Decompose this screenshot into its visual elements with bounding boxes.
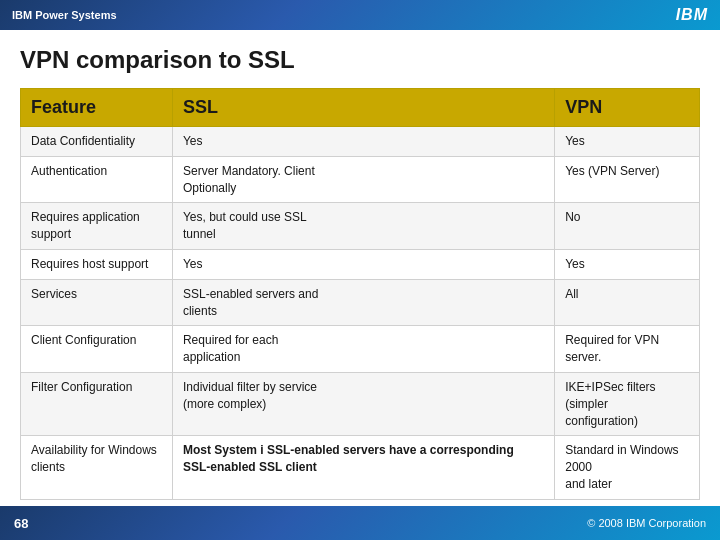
- footer-copyright: © 2008 IBM Corporation: [587, 517, 706, 529]
- comparison-table: Feature SSL VPN Data Confidentiality Yes…: [20, 88, 700, 500]
- header-title: IBM Power Systems: [12, 9, 117, 21]
- cell-feature: Requires host support: [21, 249, 173, 279]
- cell-ssl: SSL-enabled servers andclients: [172, 279, 554, 326]
- cell-ssl: Required for eachapplication: [172, 326, 554, 373]
- table-header-row: Feature SSL VPN: [21, 89, 700, 127]
- table-row: Data Confidentiality Yes Yes: [21, 127, 700, 157]
- cell-vpn: Yes: [555, 127, 700, 157]
- cell-ssl: Yes, but could use SSLtunnel: [172, 203, 554, 250]
- cell-vpn: No: [555, 203, 700, 250]
- cell-vpn: Yes: [555, 249, 700, 279]
- cell-vpn: IKE+IPSec filters (simplerconfiguration): [555, 372, 700, 435]
- cell-ssl: Server Mandatory. ClientOptionally: [172, 156, 554, 203]
- table-row: Filter Configuration Individual filter b…: [21, 372, 700, 435]
- cell-feature: Requires application support: [21, 203, 173, 250]
- cell-feature: Availability for Windowsclients: [21, 436, 173, 499]
- main-content: VPN comparison to SSL Feature SSL VPN Da…: [0, 30, 720, 508]
- cell-vpn: All: [555, 279, 700, 326]
- header-vpn: VPN: [555, 89, 700, 127]
- bold-ssl-text: Most System i SSL-enabled servers have a…: [183, 443, 514, 474]
- ibm-logo: IBM: [676, 6, 708, 24]
- cell-vpn: Required for VPN server.: [555, 326, 700, 373]
- cell-ssl: Most System i SSL-enabled servers have a…: [172, 436, 554, 499]
- cell-ssl: Yes: [172, 127, 554, 157]
- header-ssl: SSL: [172, 89, 554, 127]
- cell-feature: Client Configuration: [21, 326, 173, 373]
- footer-bar: 68 © 2008 IBM Corporation: [0, 506, 720, 540]
- table-row: Requires application support Yes, but co…: [21, 203, 700, 250]
- header-bar: IBM Power Systems IBM: [0, 0, 720, 30]
- cell-vpn: Yes (VPN Server): [555, 156, 700, 203]
- page-title: VPN comparison to SSL: [20, 46, 700, 74]
- table-row: Requires host support Yes Yes: [21, 249, 700, 279]
- cell-feature: Filter Configuration: [21, 372, 173, 435]
- table-row: Client Configuration Required for eachap…: [21, 326, 700, 373]
- cell-ssl: Yes: [172, 249, 554, 279]
- cell-feature: Data Confidentiality: [21, 127, 173, 157]
- table-row: Authentication Server Mandatory. ClientO…: [21, 156, 700, 203]
- cell-vpn: Standard in Windows 2000and later: [555, 436, 700, 499]
- cell-feature: Services: [21, 279, 173, 326]
- cell-feature: Authentication: [21, 156, 173, 203]
- table-row: Services SSL-enabled servers andclients …: [21, 279, 700, 326]
- table-row: Availability for Windowsclients Most Sys…: [21, 436, 700, 499]
- cell-ssl: Individual filter by service(more comple…: [172, 372, 554, 435]
- footer-page-number: 68: [14, 516, 28, 531]
- header-feature: Feature: [21, 89, 173, 127]
